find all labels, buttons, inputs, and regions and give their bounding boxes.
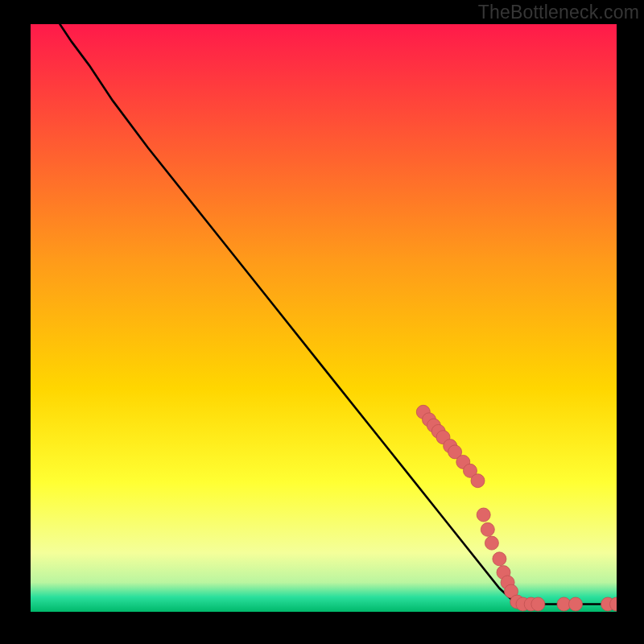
data-marker <box>531 597 545 611</box>
plot-area <box>31 24 617 612</box>
gradient-background <box>31 24 617 612</box>
chart-frame: TheBottleneck.com <box>0 0 644 644</box>
data-marker <box>485 536 498 550</box>
data-marker <box>493 552 506 566</box>
data-marker <box>481 522 494 536</box>
attribution-text: TheBottleneck.com <box>478 2 639 23</box>
data-marker <box>569 597 583 611</box>
data-marker <box>471 474 485 488</box>
chart-svg <box>31 24 617 612</box>
data-marker <box>477 508 490 522</box>
